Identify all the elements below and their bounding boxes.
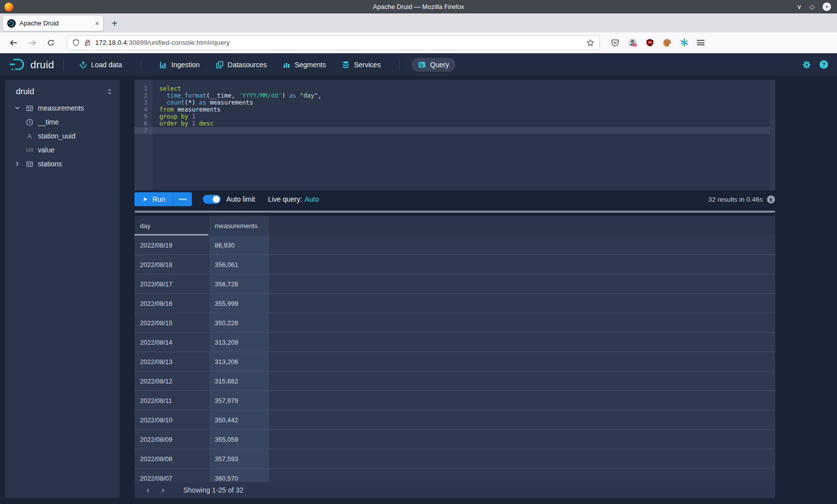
run-bar: Run ••• Auto limit Live query:Auto 32 re… — [135, 192, 775, 207]
nav-ingestion[interactable]: Ingestion — [153, 58, 206, 72]
window-minimize-icon[interactable]: ∨ — [797, 3, 802, 10]
schema-tree: measurements__timeAstation_uuid123values… — [5, 101, 120, 171]
results-panel: day measurements 2022/08/1986,9302022/08… — [135, 207, 775, 482]
cell-measurements: 357,593 — [209, 449, 269, 468]
download-icon[interactable] — [767, 195, 775, 204]
results-info-text: 32 results in 0.46s — [708, 196, 763, 203]
results-header: day measurements — [135, 216, 775, 236]
clock-icon — [24, 119, 34, 126]
auto-limit-toggle[interactable] — [203, 195, 221, 204]
tree-item-measurements[interactable]: measurements — [5, 101, 120, 115]
window-maximize-icon[interactable]: ◇ — [810, 3, 815, 10]
schema-sort-icon[interactable] — [107, 88, 113, 95]
line-number: 6 — [135, 120, 152, 127]
tab-apache-druid[interactable]: Apache Druid × — [2, 15, 104, 31]
reload-icon[interactable] — [47, 39, 55, 47]
cell-measurements: 313,209 — [209, 333, 269, 352]
cell-day: 2022/08/14 — [135, 333, 208, 352]
live-query-value[interactable]: Auto — [304, 195, 319, 203]
nav-label: Datasources — [228, 61, 267, 69]
schema-sidebar: druid measurements__timeAstation_uuid123… — [5, 80, 120, 498]
code-line[interactable]: select — [152, 85, 775, 92]
results-hscrollbar[interactable] — [135, 211, 775, 213]
settings-gear-icon[interactable] — [802, 60, 811, 69]
editor-gutter: 1234567 — [135, 80, 152, 190]
chevron-down-icon[interactable] — [14, 105, 20, 111]
window-title: Apache Druid — Mozilla Firefox — [0, 3, 837, 10]
sql-editor[interactable]: 1234567 select time_format(__time, 'YYYY… — [135, 80, 775, 190]
code-line[interactable]: count(*) as measurements — [152, 99, 775, 106]
cookie-icon[interactable] — [663, 38, 672, 47]
cell-measurements: 357,979 — [209, 391, 269, 410]
column-header-measurements[interactable]: measurements — [209, 216, 269, 236]
help-icon[interactable]: ? — [820, 60, 828, 69]
table-row: 2022/08/10350,442 — [135, 410, 775, 430]
code-line[interactable]: group by 1 — [152, 113, 775, 120]
cell-day: 2022/08/13 — [135, 352, 208, 371]
extension-asterisk-icon[interactable] — [680, 38, 689, 47]
cell-day: 2022/08/09 — [135, 430, 208, 449]
druid-favicon — [7, 19, 16, 28]
tree-item---time[interactable]: __time — [5, 115, 120, 129]
table-row: 2022/08/18356,061 — [135, 255, 775, 274]
table-row: 2022/08/1986,930 — [135, 236, 775, 255]
ingestion-icon — [159, 61, 167, 69]
menu-icon[interactable] — [697, 40, 704, 45]
tree-item-stations[interactable]: stations — [5, 157, 120, 171]
tree-item-label: measurements — [38, 104, 84, 112]
column-header-day[interactable]: day — [135, 216, 208, 236]
nav-load-data[interactable]: Load data — [73, 58, 129, 72]
tree-item-station-uuid[interactable]: Astation_uuid — [5, 129, 120, 143]
back-icon[interactable] — [9, 39, 18, 47]
table-row: 2022/08/17356,728 — [135, 274, 775, 294]
table-row: 2022/08/16355,999 — [135, 294, 775, 313]
run-button[interactable]: Run — [135, 192, 173, 206]
code-line[interactable]: order by 1 desc — [152, 120, 775, 127]
results-body: 2022/08/1986,9302022/08/18356,0612022/08… — [135, 236, 775, 482]
code-line[interactable] — [152, 127, 775, 134]
next-page-icon[interactable]: › — [155, 485, 170, 495]
editor-code[interactable]: select time_format(__time, 'YYYY/MM/dd')… — [152, 80, 775, 190]
url-text[interactable]: 172.18.0.4:30899/unified-console.html#qu… — [95, 39, 582, 46]
nav-query[interactable]: Query — [412, 58, 455, 72]
query-icon — [418, 61, 426, 69]
letter-icon: A — [24, 132, 34, 140]
tree-item-label: value — [38, 146, 54, 154]
cell-day: 2022/08/10 — [135, 410, 208, 429]
ublock-icon[interactable]: U0 — [646, 38, 654, 47]
nav-services[interactable]: Services — [335, 58, 387, 72]
nav-label: Query — [430, 61, 449, 69]
line-number: 2 — [135, 92, 152, 99]
druid-logo[interactable]: druid — [9, 58, 54, 71]
code-line[interactable]: time_format(__time, 'YYYY/MM/dd') as "da… — [152, 92, 775, 99]
run-more-button[interactable]: ••• — [173, 192, 192, 206]
cell-measurements: 355,999 — [209, 294, 269, 313]
prev-page-icon[interactable]: ‹ — [140, 485, 155, 495]
line-number: 4 — [135, 106, 152, 113]
editor-scrollbar[interactable] — [770, 80, 775, 190]
bookmark-star-icon[interactable] — [586, 39, 594, 47]
cell-day: 2022/08/16 — [135, 294, 208, 313]
cell-measurements: 360,570 — [209, 469, 269, 482]
code-line[interactable]: from measurements — [152, 106, 775, 113]
cell-measurements: 313,206 — [209, 352, 269, 371]
table-icon — [24, 160, 34, 168]
cell-measurements: 356,728 — [209, 274, 269, 293]
url-bar[interactable]: 172.18.0.4:30899/unified-console.html#qu… — [67, 35, 600, 50]
window-close-icon[interactable]: × — [823, 2, 831, 11]
tracking-shield-icon[interactable] — [72, 39, 80, 46]
new-tab-button[interactable]: + — [112, 18, 118, 29]
cell-day: 2022/08/15 — [135, 313, 208, 332]
druid-header: druid Load dataIngestionDatasourcesSegme… — [0, 53, 837, 76]
tree-item-value[interactable]: 123value — [5, 143, 120, 157]
chevron-right-icon[interactable] — [14, 161, 20, 167]
nav-datasources[interactable]: Datasources — [209, 58, 274, 72]
forward-icon[interactable] — [28, 39, 37, 47]
account-icon[interactable] — [628, 38, 637, 47]
brand-name: druid — [30, 59, 54, 71]
insecure-lock-icon[interactable] — [84, 39, 91, 46]
pocket-icon[interactable] — [611, 38, 619, 47]
cell-measurements: 355,059 — [209, 430, 269, 449]
nav-segments[interactable]: Segments — [276, 58, 332, 72]
tab-close-icon[interactable]: × — [95, 19, 99, 27]
